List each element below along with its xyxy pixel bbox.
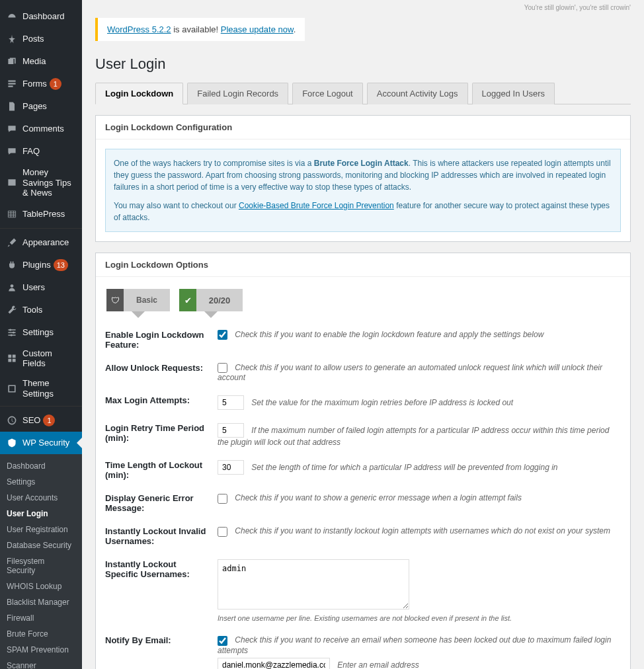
login-lockdown-options-panel: Login Lockdown Options 🛡 Basic ✔ 20/20 E…	[95, 253, 631, 669]
generic-error-checkbox[interactable]	[218, 494, 227, 504]
notify-email-label: Notify By Email:	[105, 635, 218, 669]
lockout-length-input[interactable]	[218, 460, 244, 475]
sidebar-item-theme-settings[interactable]: Theme Settings	[0, 374, 82, 403]
submenu-item-spam-prevention[interactable]: SPAM Prevention	[0, 642, 82, 658]
sidebar-item-seo[interactable]: SEO1	[0, 409, 82, 432]
enable-lockdown-label: Enable Login Lockdown Feature:	[105, 330, 218, 350]
submenu-item-blacklist-manager[interactable]: Blacklist Manager	[0, 594, 82, 610]
submenu-item-brute-force[interactable]: Brute Force	[0, 626, 82, 642]
retry-period-label: Login Retry Time Period (min):	[105, 423, 218, 447]
screen-meta-text: You're still glowin', you're still crowi…	[95, 3, 631, 13]
security-score-ribbons: 🛡 Basic ✔ 20/20	[105, 286, 621, 323]
table-icon	[5, 208, 19, 221]
brush-icon	[5, 236, 19, 249]
invalid-users-checkbox[interactable]	[218, 527, 227, 537]
notify-email-checkbox[interactable]	[218, 636, 227, 646]
allow-unlock-checkbox[interactable]	[218, 363, 227, 373]
generic-error-label: Display Generic Error Message:	[105, 493, 218, 513]
theme-icon	[5, 382, 19, 395]
panel-heading: Login Lockdown Configuration	[96, 116, 630, 139]
update-nag: WordPress 5.2.2 is available! Please upd…	[95, 18, 305, 41]
allow-unlock-label: Allow Unlock Requests:	[105, 363, 218, 382]
sidebar-item-media[interactable]: Media	[0, 50, 82, 73]
page-title: User Login	[95, 56, 631, 73]
shield-check-icon: ✔	[179, 289, 196, 311]
info-box: One of the ways hackers try to compromis…	[105, 149, 621, 232]
notify-email-input[interactable]	[218, 658, 330, 669]
submenu-item-database-security[interactable]: Database Security	[0, 537, 82, 553]
max-attempts-label: Max Login Attempts:	[105, 395, 218, 410]
cookie-bruteforce-link[interactable]: Cookie-Based Brute Force Login Preventio…	[239, 201, 394, 210]
submenu-item-user-registration[interactable]: User Registration	[0, 522, 82, 537]
sidebar-item-dashboard[interactable]: Dashboard	[0, 5, 82, 28]
shield-icon: 🛡	[106, 289, 124, 311]
count-badge: 1	[50, 78, 61, 90]
settings-tabs: Login LockdownFailed Login RecordsForce …	[95, 82, 631, 104]
count-badge: 1	[43, 414, 55, 426]
sidebar-item-forms[interactable]: Forms1	[0, 73, 82, 95]
forms-icon	[5, 77, 19, 91]
panel-heading: Login Lockdown Options	[96, 253, 630, 277]
faq-icon	[5, 145, 19, 158]
menu-separator	[0, 406, 82, 407]
sidebar-item-pages[interactable]: Pages	[0, 95, 82, 118]
pages-icon	[5, 100, 19, 113]
lockout-length-label: Time Length of Lockout (min):	[105, 460, 218, 480]
sidebar-item-settings[interactable]: Settings	[0, 321, 82, 344]
shield-icon	[5, 436, 19, 450]
submenu-item-settings[interactable]: Settings	[0, 474, 82, 490]
submenu-item-whois-lookup[interactable]: WHOIS Lookup	[0, 578, 82, 594]
menu-separator	[0, 228, 82, 229]
sidebar-item-comments[interactable]: Comments	[0, 118, 82, 140]
tab-force-logout[interactable]: Force Logout	[292, 83, 363, 104]
wp-version-link[interactable]: WordPress 5.2.2	[107, 24, 171, 34]
svg-point-1	[9, 329, 11, 331]
submenu-item-firewall[interactable]: Firewall	[0, 610, 82, 626]
tab-account-activity-logs[interactable]: Account Activity Logs	[367, 83, 468, 104]
sidebar-item-tablepress[interactable]: TablePress	[0, 203, 82, 225]
enable-lockdown-checkbox[interactable]	[218, 330, 227, 340]
submenu-item-filesystem-security[interactable]: Filesystem Security	[0, 553, 82, 578]
sidebar-item-wp-security[interactable]: WP Security	[0, 432, 82, 454]
sidebar-item-faq[interactable]: FAQ	[0, 140, 82, 163]
sliders-icon	[5, 326, 19, 339]
basic-ribbon: 🛡 Basic	[106, 289, 170, 311]
submenu-item-user-accounts[interactable]: User Accounts	[0, 490, 82, 506]
sidebar-item-money-savings-tips-news[interactable]: Money Savings Tips & News	[0, 163, 82, 203]
submenu-item-dashboard[interactable]: Dashboard	[0, 458, 82, 474]
max-attempts-input[interactable]	[218, 395, 244, 410]
specific-users-label: Instantly Lockout Specific Usernames:	[105, 559, 218, 622]
sidebar-item-custom-fields[interactable]: Custom Fields	[0, 344, 82, 374]
admin-sidebar: DashboardPostsMediaForms1PagesCommentsFA…	[0, 0, 82, 669]
news-icon	[5, 176, 19, 189]
media-icon	[5, 55, 19, 68]
pin-icon	[5, 32, 19, 46]
user-icon	[5, 281, 19, 294]
login-lockdown-config-panel: Login Lockdown Configuration One of the …	[95, 115, 631, 242]
plug-icon	[5, 258, 19, 272]
svg-point-0	[11, 284, 14, 288]
sidebar-item-appearance[interactable]: Appearance	[0, 231, 82, 254]
submenu-item-user-login[interactable]: User Login	[0, 506, 82, 522]
sidebar-item-plugins[interactable]: Plugins13	[0, 254, 82, 276]
specific-users-textarea[interactable]	[218, 559, 409, 610]
wp-security-submenu: DashboardSettingsUser AccountsUser Login…	[0, 454, 82, 669]
sidebar-item-users[interactable]: Users	[0, 276, 82, 299]
wrench-icon	[5, 303, 19, 317]
sidebar-item-posts[interactable]: Posts	[0, 28, 82, 50]
update-now-link[interactable]: Please update now	[221, 24, 294, 34]
sidebar-item-tools[interactable]: Tools	[0, 299, 82, 321]
submenu-item-scanner[interactable]: Scanner	[0, 658, 82, 669]
svg-point-3	[11, 334, 13, 336]
tab-login-lockdown[interactable]: Login Lockdown	[95, 83, 183, 104]
retry-period-input[interactable]	[218, 423, 244, 438]
tab-failed-login-records[interactable]: Failed Login Records	[187, 83, 288, 104]
comments-icon	[5, 122, 19, 136]
seo-icon	[5, 414, 19, 427]
dashboard-icon	[5, 10, 19, 23]
tab-logged-in-users[interactable]: Logged In Users	[472, 83, 555, 104]
grid-icon	[5, 352, 19, 365]
score-ribbon: ✔ 20/20	[179, 289, 243, 311]
count-badge: 13	[54, 259, 68, 271]
main-content: You're still glowin', you're still crowi…	[82, 0, 644, 669]
